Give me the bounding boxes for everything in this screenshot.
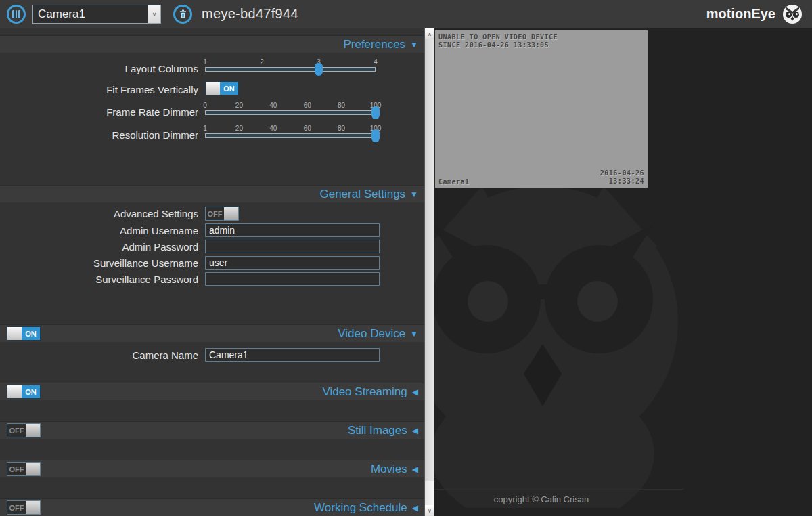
tick-label: 80: [338, 102, 345, 109]
chevron-expanded-icon: ▼: [410, 329, 418, 339]
section-video-device: ON Video Device ▼ Camera Name: [0, 324, 424, 371]
section-header-video-streaming[interactable]: ON Video Streaming ◀: [0, 383, 424, 400]
remove-camera-button[interactable]: [173, 5, 192, 24]
field-label: Surveillance Password: [0, 274, 205, 285]
toggle-knob: [26, 501, 40, 514]
section-working-schedule: OFF Working Schedule ◀: [0, 498, 424, 516]
tick-label: 80: [338, 125, 345, 132]
tick-label: 40: [269, 125, 277, 132]
topbar: Camera1 ∨ meye-bd47f944 motionEye: [0, 0, 812, 28]
scrollbar-thumb[interactable]: [425, 39, 434, 481]
surveillance-password-input[interactable]: [205, 272, 380, 286]
tick-label: 1: [203, 58, 207, 66]
slider-thumb[interactable]: [371, 129, 380, 142]
layout-columns-row: Layout Columns 1 2 3 4: [0, 58, 424, 79]
field-label: Resolution Dimmer: [0, 129, 205, 141]
tick-label: 0: [203, 102, 207, 109]
chevron-collapsed-icon: ◀: [412, 465, 418, 474]
brand-name: motionEye: [706, 6, 775, 22]
chevron-expanded-icon: ▼: [410, 190, 418, 199]
advanced-settings-toggle[interactable]: OFF: [205, 207, 239, 221]
section-header-still-images[interactable]: OFF Still Images ◀: [0, 421, 424, 439]
field-label: Frame Rate Dimmer: [0, 106, 205, 118]
section-still-images: OFF Still Images ◀: [0, 421, 424, 439]
section-header-video-device[interactable]: ON Video Device ▼: [0, 324, 424, 342]
scroll-down-icon: ∨: [428, 508, 432, 514]
field-label: Camera Name: [0, 349, 205, 361]
page-title: meye-bd47f944: [202, 6, 298, 22]
toggle-knob: [26, 463, 40, 475]
toggle-knob: [26, 424, 40, 437]
chevron-collapsed-icon: ◀: [412, 503, 418, 513]
toggle-knob: [7, 327, 22, 340]
toggle-knob: [206, 82, 220, 95]
section-title: Video Streaming: [322, 385, 407, 399]
camera-name-row: Camera Name: [0, 348, 424, 362]
section-title: Movies: [371, 463, 407, 476]
section-preferences: Preferences ▼ Layout Columns 1 2 3 4: [0, 35, 424, 153]
section-header-movies[interactable]: OFF Movies ◀: [0, 460, 424, 477]
layout-columns-slider[interactable]: 1 2 3 4: [205, 58, 376, 79]
slider-track: [205, 133, 376, 138]
tick-label: 60: [304, 125, 311, 132]
slider-track: [205, 67, 376, 72]
panel-columns-icon: [12, 10, 20, 18]
tick-label: 2: [260, 58, 264, 66]
surveillance-password-row: Surveillance Password: [0, 272, 424, 286]
frame-rate-dimmer-row: Frame Rate Dimmer 0 20 40 60 80 100: [0, 102, 424, 122]
tick-label: 60: [304, 102, 311, 109]
section-title: Video Device: [338, 327, 405, 341]
camera-name-input[interactable]: [205, 348, 380, 362]
section-header-general-settings[interactable]: General Settings ▼: [0, 185, 424, 202]
toggle-state: ON: [22, 385, 40, 398]
resolution-dimmer-slider[interactable]: 1 20 40 60 80 100: [205, 125, 376, 145]
owl-watermark: [434, 183, 681, 508]
panel-scrollbar[interactable]: ∧ ∨: [424, 28, 434, 516]
admin-password-row: Admin Password: [0, 240, 424, 253]
video-streaming-toggle[interactable]: ON: [7, 385, 41, 399]
slider-thumb[interactable]: [371, 106, 380, 119]
section-header-working-schedule[interactable]: OFF Working Schedule ◀: [0, 498, 424, 516]
tick-label: 40: [269, 102, 277, 109]
movies-toggle[interactable]: OFF: [7, 462, 41, 476]
scrollbar-track[interactable]: [425, 39, 434, 505]
tick-label: 4: [374, 58, 378, 66]
section-title: Working Schedule: [314, 501, 407, 515]
camera-select[interactable]: Camera1 ∨: [32, 5, 161, 24]
scroll-up-button[interactable]: ∧: [425, 28, 434, 39]
toggle-state: OFF: [7, 463, 26, 475]
still-images-toggle[interactable]: OFF: [7, 423, 41, 437]
toggle-state: OFF: [7, 501, 26, 514]
slider-track: [205, 110, 376, 115]
toggle-state: OFF: [206, 207, 224, 220]
toggle-state: ON: [220, 82, 238, 95]
camera-name-overlay: Camera1: [438, 178, 470, 186]
chevron-down-icon: ∨: [148, 5, 160, 23]
copyright-note: copyright © Calin Crisan: [434, 494, 648, 504]
slider-thumb[interactable]: [315, 63, 323, 76]
toggle-state: ON: [22, 327, 40, 340]
field-label: Fit Frames Vertically: [0, 84, 205, 95]
admin-password-input[interactable]: [205, 240, 380, 253]
frame-rate-dimmer-slider[interactable]: 0 20 40 60 80 100: [205, 102, 376, 122]
tick-label: 1: [203, 125, 207, 132]
toggle-knob: [7, 385, 22, 398]
camera-error-overlay: UNABLE TO OPEN VIDEO DEVICESINCE 2016-04…: [438, 33, 558, 49]
section-header-preferences[interactable]: Preferences ▼: [0, 35, 424, 53]
scroll-down-button[interactable]: ∨: [425, 505, 434, 516]
working-schedule-toggle[interactable]: OFF: [7, 500, 41, 515]
camera-frame-camera1[interactable]: UNABLE TO OPEN VIDEO DEVICESINCE 2016-04…: [434, 30, 648, 188]
settings-panel: Preferences ▼ Layout Columns 1 2 3 4: [0, 28, 424, 516]
field-label: Admin Password: [0, 241, 205, 253]
layout-columns-menu-button[interactable]: [7, 5, 26, 24]
video-device-toggle[interactable]: ON: [7, 326, 41, 341]
chevron-expanded-icon: ▼: [410, 40, 418, 49]
camera-timestamp-overlay: 2016-04-2613:33:24: [600, 169, 644, 186]
chevron-collapsed-icon: ◀: [412, 387, 418, 397]
surveillance-username-input[interactable]: [205, 256, 380, 270]
admin-username-input[interactable]: [205, 223, 380, 237]
fit-frames-vertically-toggle[interactable]: ON: [205, 81, 239, 95]
section-title: Preferences: [343, 38, 405, 51]
trash-icon: [178, 9, 188, 19]
tick-label: 20: [235, 125, 243, 132]
